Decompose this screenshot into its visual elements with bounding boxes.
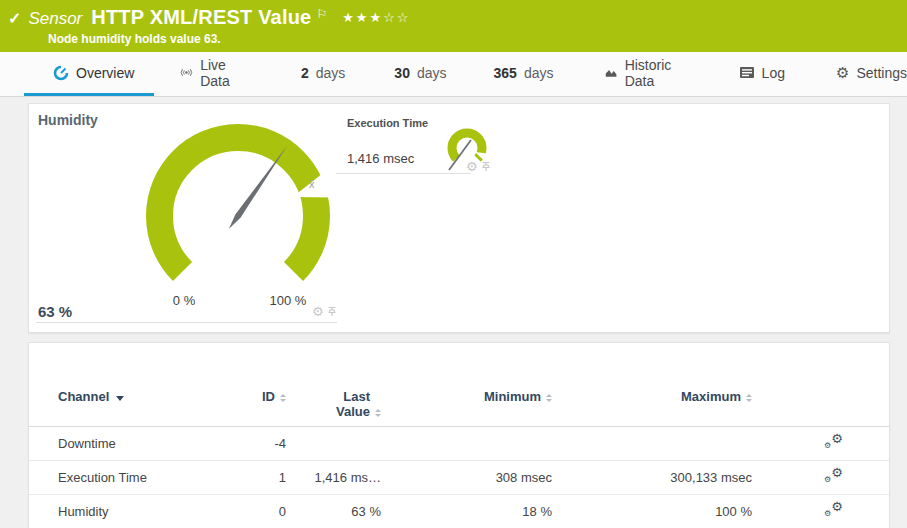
panel-gear-icon[interactable]: ⚙ (466, 160, 478, 173)
cell-minimum: 18 % (381, 504, 552, 519)
priority-stars[interactable]: ★★★☆☆ (342, 10, 410, 25)
tab-overview[interactable]: Overview (24, 52, 154, 96)
gauge-needle (229, 146, 287, 230)
stars-empty: ☆☆ (383, 10, 410, 25)
column-label: Last Value (322, 389, 370, 419)
channel-settings-icon[interactable]: ⚙⚙ (824, 502, 843, 518)
column-label: Minimum (484, 389, 541, 404)
sort-icon (375, 409, 381, 417)
sort-desc-icon (116, 396, 124, 401)
tab-label: Log (762, 65, 785, 81)
cell-id: -4 (230, 436, 286, 451)
mean-marker-label: x̄ (309, 178, 315, 190)
sensor-status-message: Node humidity holds value 63. (8, 32, 907, 46)
humidity-gauge-title: Humidity (38, 112, 98, 128)
gauge-max-label: 100 % (260, 293, 316, 308)
status-ok-icon: ✓ (8, 9, 21, 28)
execution-gauge-title: Execution Time (347, 117, 428, 129)
tab-settings[interactable]: ⚙ Settings (836, 52, 907, 96)
tab-historic-data[interactable]: Historic Data (605, 52, 685, 96)
prtg-sensor-page: ✓ Sensor HTTP XML/REST Value ⚐ ★★★☆☆ Nod… (0, 0, 907, 528)
tab-30-days[interactable]: 30 days (394, 52, 446, 96)
tab-number: 2 (301, 65, 309, 81)
cell-id: 1 (230, 470, 286, 485)
tab-label: days (524, 65, 554, 81)
table-row-humidity[interactable]: Humidity 0 63 % 18 % 100 % ⚙⚙ (29, 495, 889, 528)
log-list-icon (739, 66, 755, 79)
gauge-min-label: 0 % (156, 293, 212, 308)
tab-label: Overview (76, 65, 134, 81)
table-row-execution-time[interactable]: Execution Time 1 1,416 ms… 308 msec 300,… (29, 461, 889, 495)
tab-log[interactable]: Log (739, 52, 785, 96)
cell-maximum: 100 % (552, 504, 752, 519)
priority-flag-icon[interactable]: ⚐ (316, 7, 327, 21)
panel-divider (336, 173, 471, 174)
tab-bar: Overview Live Data 2 days 30 days 365 da… (0, 52, 907, 97)
column-header-minimum[interactable]: Minimum (381, 389, 552, 404)
cell-last-value: 63 % (286, 504, 381, 519)
column-header-channel[interactable]: Channel (58, 389, 230, 404)
tab-2-days[interactable]: 2 days (301, 52, 345, 96)
sensor-header: ✓ Sensor HTTP XML/REST Value ⚐ ★★★☆☆ Nod… (0, 0, 907, 52)
column-header-id[interactable]: ID (230, 389, 286, 404)
column-header-last-value[interactable]: Last Value (286, 389, 381, 419)
object-kind-label: Sensor (28, 9, 82, 29)
table-header-row: Channel ID Last Value Minimum Maximum (29, 343, 889, 427)
table-row-downtime[interactable]: Downtime -4 ⚙⚙ (29, 427, 889, 461)
cell-last-value: 1,416 ms… (286, 470, 381, 485)
tab-label: days (417, 65, 447, 81)
column-label: Channel (58, 389, 109, 404)
panel-divider (36, 322, 337, 323)
execution-current-value: 1,416 msec (347, 151, 414, 166)
cell-maximum: 300,133 msec (552, 470, 752, 485)
tab-365-days[interactable]: 365 days (494, 52, 554, 96)
tab-number: 365 (494, 65, 517, 81)
cell-channel: Humidity (58, 504, 230, 519)
channels-table-card: Channel ID Last Value Minimum Maximum (28, 342, 890, 528)
sensor-title: HTTP XML/REST Value (91, 6, 311, 29)
area-chart-icon (605, 66, 617, 80)
panel-gear-icon[interactable]: ⚙ (312, 305, 324, 318)
live-data-icon (180, 65, 193, 80)
tab-label: Settings (856, 65, 907, 81)
cell-id: 0 (230, 504, 286, 519)
gear-icon: ⚙ (836, 65, 849, 80)
column-label: Maximum (681, 389, 741, 404)
overview-gauges-card: Humidity x̄ 0 % 100 % 63 % ⚙ Execution T… (28, 103, 890, 333)
tab-live-data[interactable]: Live Data (180, 52, 245, 96)
tab-label: Live Data (200, 57, 245, 89)
column-header-maximum[interactable]: Maximum (552, 389, 752, 404)
channel-settings-icon[interactable]: ⚙⚙ (824, 468, 843, 484)
gauge-icon (53, 65, 69, 81)
column-label: ID (262, 389, 275, 404)
cell-channel: Execution Time (58, 470, 230, 485)
sort-icon (746, 394, 752, 402)
cell-minimum: 308 msec (381, 470, 552, 485)
stars-filled: ★★★ (342, 10, 383, 25)
channel-settings-icon[interactable]: ⚙⚙ (824, 434, 843, 450)
tab-number: 30 (394, 65, 410, 81)
pin-icon[interactable] (327, 306, 337, 317)
cell-channel: Downtime (58, 436, 230, 451)
tab-label: Historic Data (625, 57, 686, 89)
humidity-gauge (141, 119, 341, 291)
tab-label: days (316, 65, 346, 81)
pin-icon[interactable] (481, 161, 491, 172)
humidity-current-value: 63 % (38, 303, 72, 320)
